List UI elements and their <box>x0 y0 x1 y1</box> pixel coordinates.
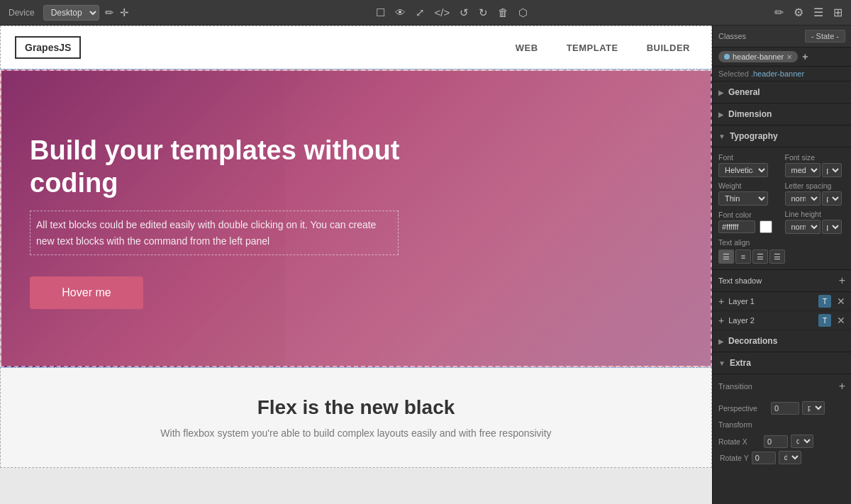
rotate-row: Rotate X deg Rotate Y deg <box>713 432 851 470</box>
layer-1-remove-icon[interactable]: ✕ <box>837 296 845 307</box>
selected-class: .header-banner <box>751 69 804 78</box>
flex-section[interactable]: Flex is the new black With flexbox syste… <box>0 367 712 468</box>
rotate-x-unit-select[interactable]: deg <box>791 435 813 448</box>
hero-button[interactable]: Hover me <box>30 276 143 309</box>
state-button[interactable]: - State - <box>805 30 845 43</box>
letter-spacing-unit-select[interactable]: px <box>822 191 842 206</box>
font-color-label: Font color <box>718 211 779 219</box>
extra-section-header[interactable]: ▼ Extra <box>713 352 851 374</box>
device-select[interactable]: Desktop Tablet Mobile <box>43 5 99 21</box>
extra-section-title: Extra <box>730 358 751 368</box>
rotate-y-input[interactable] <box>752 452 776 464</box>
text-shadow-add-icon[interactable]: + <box>839 274 845 287</box>
github-icon[interactable]: ⬡ <box>518 6 528 19</box>
transition-add-icon[interactable]: + <box>839 380 845 393</box>
toolbar-center: ☐ 👁 ⤢ </> ↺ ↻ 🗑 ⬡ <box>376 6 528 19</box>
flex-title: Flex is the new black <box>15 396 697 419</box>
nav-link-web[interactable]: WEB <box>516 43 538 53</box>
tag-remove-icon[interactable]: ✕ <box>786 53 792 61</box>
hero-subtitle[interactable]: All text blocks could be edited easily w… <box>30 211 399 255</box>
tag-dot <box>724 54 730 60</box>
line-height-unit-select[interactable]: px <box>822 220 842 234</box>
align-center-btn[interactable]: ≡ <box>735 250 751 264</box>
menu-panel-icon[interactable]: ☰ <box>813 6 823 19</box>
line-height-select[interactable]: normal <box>785 220 821 234</box>
typography-props: Font Helvetica Font size medium <box>713 147 851 270</box>
layer-2-row: + Layer 2 T ✕ <box>713 311 851 330</box>
font-color-input[interactable] <box>718 220 755 233</box>
hero-banner[interactable]: Build your templates without coding All … <box>0 69 712 367</box>
logo-box[interactable]: GrapesJS <box>15 36 81 59</box>
code-icon[interactable]: </> <box>435 6 450 18</box>
rotate-y-unit-select[interactable]: deg <box>779 451 801 464</box>
text-shadow-label: Text shadow <box>718 276 762 285</box>
align-right-btn[interactable]: ☰ <box>752 250 768 264</box>
layer-1-row: + Layer 1 T ✕ <box>713 292 851 311</box>
undo-icon[interactable]: ↺ <box>460 6 469 19</box>
align-justify-btn[interactable]: ☰ <box>769 250 785 264</box>
layer-1-type-btn[interactable]: T <box>818 295 831 308</box>
hero-title[interactable]: Build your templates without coding <box>30 135 455 199</box>
rotate-x-label: Rotate X <box>718 437 761 446</box>
perspective-input[interactable] <box>771 402 799 415</box>
canvas-wrapper: GrapesJS WEB TEMPLATE BUILDER Build your… <box>0 26 712 468</box>
weight-select[interactable]: Thin <box>718 191 768 206</box>
font-row: Font Helvetica Font size medium <box>718 153 845 177</box>
font-size-select[interactable]: medium <box>785 163 821 177</box>
general-section-header[interactable]: ▶ General <box>713 82 851 103</box>
canvas[interactable]: GrapesJS WEB TEMPLATE BUILDER Build your… <box>0 26 712 504</box>
tag-row: header-banner ✕ + <box>713 47 851 67</box>
move-icon[interactable]: ✛ <box>120 6 129 19</box>
extra-chevron-icon: ▼ <box>718 359 725 367</box>
fullscreen-icon[interactable]: ⤢ <box>416 6 425 19</box>
grid-panel-icon[interactable]: ⊞ <box>833 6 842 19</box>
settings-panel-icon[interactable]: ⚙ <box>794 6 803 19</box>
selected-row: Selected .header-banner <box>713 67 851 82</box>
letter-spacing-select[interactable]: normal <box>785 191 821 206</box>
font-select[interactable]: Helvetica <box>718 163 768 177</box>
rotate-x-input[interactable] <box>764 435 788 448</box>
toolbar-right: ✏ ⚙ ☰ ⊞ <box>774 6 842 19</box>
text-shadow-header: Text shadow + <box>713 270 851 292</box>
rotate-y-label: Rotate Y <box>720 454 749 462</box>
redo-icon[interactable]: ↻ <box>479 6 488 19</box>
font-color-row: Font color Line height normal px <box>718 210 845 234</box>
font-size-label: Font size <box>785 153 846 162</box>
text-align-label: Text align <box>718 238 845 247</box>
font-color-swatch[interactable] <box>760 220 772 233</box>
general-chevron-icon: ▶ <box>718 89 724 96</box>
edit-icon[interactable]: ✏ <box>105 6 114 19</box>
layer-2-remove-icon[interactable]: ✕ <box>837 315 845 326</box>
classes-label: Classes <box>718 32 746 40</box>
general-section-title: General <box>728 87 760 97</box>
font-label: Font <box>718 153 779 162</box>
nav-link-builder[interactable]: BUILDER <box>647 43 690 53</box>
perspective-row: Perspective px <box>713 398 851 418</box>
tag-name: header-banner <box>733 52 784 61</box>
preview-icon[interactable]: 👁 <box>395 6 406 18</box>
device-label: Device <box>9 8 35 18</box>
typography-section-header[interactable]: ▼ Typography <box>713 125 851 147</box>
flex-subtitle: With flexbox system you're able to build… <box>15 427 697 439</box>
classes-bar: Classes - State - <box>713 26 851 47</box>
transition-row: Transition + <box>713 374 851 398</box>
layer-2-type-btn[interactable]: T <box>818 314 831 327</box>
dimension-section-header[interactable]: ▶ Dimension <box>713 103 851 125</box>
perspective-unit-select[interactable]: px <box>802 401 825 415</box>
layer-1-toggle-icon[interactable]: + <box>718 296 724 307</box>
dimension-chevron-icon: ▶ <box>718 111 724 118</box>
nav-link-template[interactable]: TEMPLATE <box>567 43 618 53</box>
delete-icon[interactable]: 🗑 <box>498 6 508 18</box>
toolbar: Device Desktop Tablet Mobile ✏ ✛ ☐ 👁 ⤢ <… <box>0 0 851 26</box>
align-left-btn[interactable]: ☰ <box>718 250 734 264</box>
decorations-section-header[interactable]: ▶ Decorations <box>713 330 851 352</box>
font-size-unit-select[interactable]: px <box>822 163 842 177</box>
tag-add-icon[interactable]: + <box>802 51 808 62</box>
layer-1-label: Layer 1 <box>728 297 816 306</box>
typography-section-title: Typography <box>730 131 778 141</box>
dimension-section-title: Dimension <box>728 109 772 119</box>
layer-2-toggle-icon[interactable]: + <box>718 315 724 326</box>
site-nav[interactable]: GrapesJS WEB TEMPLATE BUILDER <box>0 26 712 69</box>
pencil-panel-icon[interactable]: ✏ <box>774 6 784 19</box>
viewport-icon[interactable]: ☐ <box>376 6 385 19</box>
